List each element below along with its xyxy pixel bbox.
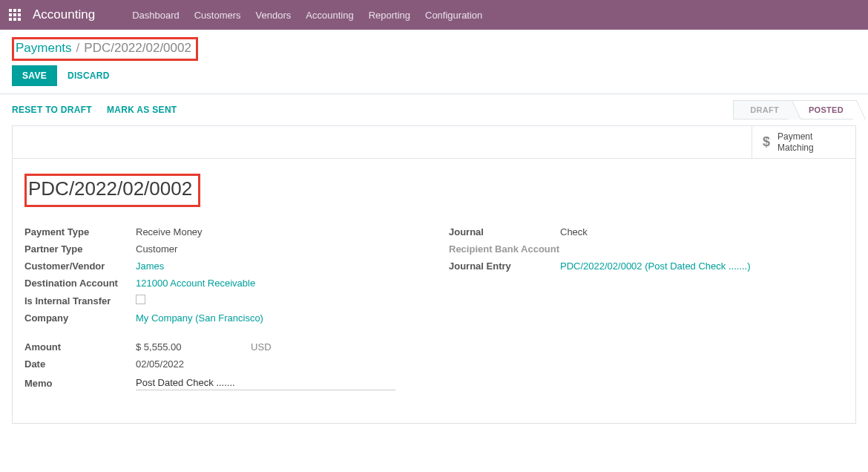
label-customer-vendor: Customer/Vendor xyxy=(24,260,136,272)
breadcrumb-area: Payments / PDC/2022/02/0002 xyxy=(0,30,868,65)
top-nav: Accounting Dashboard Customers Vendors A… xyxy=(0,0,868,30)
field-customer-vendor: Customer/Vendor James xyxy=(24,258,419,275)
field-date: Date 02/05/2022 xyxy=(24,355,419,373)
svg-rect-5 xyxy=(18,13,21,16)
label-journal-entry: Journal Entry xyxy=(449,260,560,272)
field-recipient-bank: Recipient Bank Account xyxy=(449,240,844,258)
nav-accounting[interactable]: Accounting xyxy=(298,10,361,21)
right-column: Journal Check Recipient Bank Account Jou… xyxy=(449,223,844,393)
nav-vendors[interactable]: Vendors xyxy=(249,10,299,21)
status-bar: RESET TO DRAFT MARK AS SENT DRAFT POSTED xyxy=(0,94,868,125)
value-payment-type: Receive Money xyxy=(136,226,419,237)
label-date: Date xyxy=(24,358,136,370)
value-partner-type: Customer xyxy=(136,243,419,255)
value-date: 02/05/2022 xyxy=(136,358,419,370)
label-memo: Memo xyxy=(24,378,136,389)
svg-rect-2 xyxy=(18,9,21,12)
breadcrumb: Payments / PDC/2022/02/0002 xyxy=(12,37,198,61)
value-memo-wrap xyxy=(136,376,419,390)
payment-matching-button[interactable]: $ Payment Matching xyxy=(752,126,855,158)
action-bar: SAVE DISCARD xyxy=(0,65,868,94)
stage-posted[interactable]: POSTED xyxy=(792,100,856,119)
field-company: Company My Company (San Francisco) xyxy=(24,309,419,327)
amount-number: $ 5,555.00 xyxy=(136,341,181,353)
apps-icon[interactable] xyxy=(6,6,24,24)
nav-reporting[interactable]: Reporting xyxy=(361,10,418,21)
sheet-top: $ Payment Matching xyxy=(13,126,855,159)
label-journal: Journal xyxy=(449,226,560,237)
reset-to-draft-button[interactable]: RESET TO DRAFT xyxy=(12,105,92,115)
value-amount: $ 5,555.00 USD xyxy=(136,341,419,353)
checkbox-internal-transfer[interactable] xyxy=(136,295,145,304)
memo-input[interactable] xyxy=(136,376,395,390)
field-payment-type: Payment Type Receive Money xyxy=(24,223,419,240)
stat-button-text: Payment Matching xyxy=(777,131,814,153)
nav-configuration[interactable]: Configuration xyxy=(418,10,490,21)
record-title-highlight: PDC/2022/02/0002 xyxy=(24,174,200,207)
label-destination-account: Destination Account xyxy=(24,278,136,289)
label-recipient-bank: Recipient Bank Account xyxy=(449,243,560,255)
discard-button[interactable]: DISCARD xyxy=(68,71,110,81)
stat-line2: Matching xyxy=(777,142,814,153)
field-destination-account: Destination Account 121000 Account Recei… xyxy=(24,275,419,292)
field-amount: Amount $ 5,555.00 USD xyxy=(24,338,419,355)
field-partner-type: Partner Type Customer xyxy=(24,240,419,258)
svg-rect-3 xyxy=(9,13,12,16)
svg-rect-7 xyxy=(13,18,16,21)
label-payment-type: Payment Type xyxy=(24,226,136,237)
stage-draft[interactable]: DRAFT xyxy=(733,100,792,119)
stat-line1: Payment xyxy=(777,131,812,142)
breadcrumb-current: PDC/2022/02/0002 xyxy=(84,41,191,56)
value-customer-vendor[interactable]: James xyxy=(136,260,419,272)
breadcrumb-separator: / xyxy=(76,41,80,56)
status-stages: DRAFT POSTED xyxy=(733,100,856,119)
label-company: Company xyxy=(24,312,136,324)
svg-rect-6 xyxy=(9,18,12,21)
field-journal-entry: Journal Entry PDC/2022/02/0002 (Post Dat… xyxy=(449,258,844,275)
svg-rect-4 xyxy=(13,13,16,16)
label-amount: Amount xyxy=(24,341,136,353)
app-title[interactable]: Accounting xyxy=(33,7,95,22)
label-internal-transfer: Is Internal Transfer xyxy=(24,295,136,307)
field-journal: Journal Check xyxy=(449,223,844,240)
value-internal-transfer xyxy=(136,295,419,307)
value-destination-account[interactable]: 121000 Account Receivable xyxy=(136,278,419,289)
svg-rect-1 xyxy=(13,9,16,12)
save-button[interactable]: SAVE xyxy=(12,65,57,86)
svg-rect-0 xyxy=(9,9,12,12)
value-company[interactable]: My Company (San Francisco) xyxy=(136,312,419,324)
value-journal: Check xyxy=(560,226,844,237)
amount-currency: USD xyxy=(251,341,271,353)
value-journal-entry[interactable]: PDC/2022/02/0002 (Post Dated Check .....… xyxy=(560,260,844,272)
field-internal-transfer: Is Internal Transfer xyxy=(24,292,419,309)
sheet-body: PDC/2022/02/0002 Payment Type Receive Mo… xyxy=(13,159,855,423)
nav-dashboard[interactable]: Dashboard xyxy=(125,10,187,21)
record-title: PDC/2022/02/0002 xyxy=(28,177,192,200)
svg-rect-8 xyxy=(18,18,21,21)
field-memo: Memo xyxy=(24,373,419,393)
dollar-icon: $ xyxy=(763,134,770,150)
mark-as-sent-button[interactable]: MARK AS SENT xyxy=(107,105,177,115)
form-columns: Payment Type Receive Money Partner Type … xyxy=(24,223,844,393)
breadcrumb-root[interactable]: Payments xyxy=(16,41,72,56)
nav-customers[interactable]: Customers xyxy=(187,10,249,21)
label-partner-type: Partner Type xyxy=(24,243,136,255)
left-column: Payment Type Receive Money Partner Type … xyxy=(24,223,419,393)
form-sheet: $ Payment Matching PDC/2022/02/0002 Paym… xyxy=(12,125,856,424)
